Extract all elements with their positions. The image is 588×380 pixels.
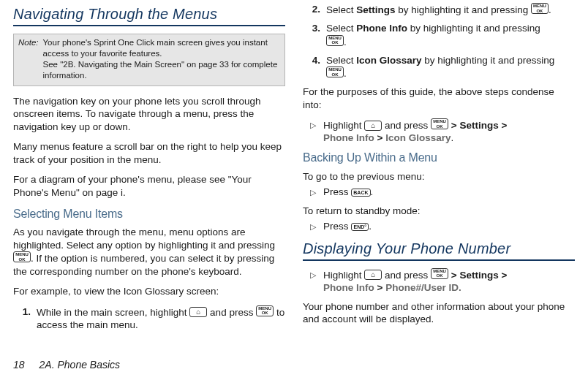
intro-standby: To return to standby mode: (303, 205, 575, 218)
step-number: 3. (310, 22, 320, 48)
triangle-bullet-icon: ▷ (310, 118, 317, 145)
home-icon: ⌂ (364, 270, 382, 280)
heading-rule (303, 259, 575, 261)
para-example-intro: For example, to view the Icon Glossary s… (13, 285, 285, 298)
para-scrollbar: Many menus feature a scroll bar on the r… (13, 140, 285, 166)
intro-previous-menu: To go to the previous menu: (303, 170, 575, 183)
subheading-selecting: Selecting Menu Items (13, 207, 285, 222)
subheading-backing-up: Backing Up Within a Menu (303, 151, 575, 166)
para-condense: For the purposes of this guide, the abov… (303, 86, 575, 111)
menu-ok-icon: MENUOK (13, 251, 31, 262)
end-icon: END° (351, 223, 369, 231)
note-label: Note: (18, 37, 39, 81)
step-number: 2. (310, 3, 320, 16)
para-menu-diagram: For a diagram of your phone's menu, plea… (13, 173, 285, 199)
menu-ok-icon: MENUOK (531, 3, 549, 14)
step-4: 4. Select Icon Glossary by highlighting … (310, 54, 575, 80)
step-3: 3. Select Phone Info by highlighting it … (310, 22, 575, 48)
home-icon: ⌂ (364, 121, 382, 131)
menu-ok-icon: MENUOK (326, 35, 344, 46)
triangle-bullet-icon: ▷ (310, 186, 317, 199)
menu-ok-icon: MENUOK (431, 118, 448, 129)
triangle-bullet-icon: ▷ (310, 220, 317, 233)
para-display-result: Your phone number and other information … (303, 300, 575, 326)
heading-navigating: Navigating Through the Menus (13, 4, 285, 23)
bullet-press-back: ▷ Press BACK. (310, 186, 575, 199)
page-footer: 18 2A. Phone Basics (0, 358, 588, 376)
heading-rule (13, 25, 285, 26)
step-number: 1. (20, 305, 31, 332)
heading-displaying-number: Displaying Your Phone Number (303, 239, 575, 258)
bullet-condensed: ▷ Highlight ⌂ and press MENUOK > Setting… (310, 118, 575, 145)
home-icon: ⌂ (189, 307, 207, 317)
back-icon: BACK (351, 189, 370, 197)
menu-ok-icon: MENUOK (256, 305, 274, 316)
para-nav-key: The navigation key on your phone lets yo… (13, 95, 285, 134)
bullet-display-number: ▷ Highlight ⌂ and press MENUOK > Setting… (310, 268, 575, 294)
bullet-press-end: ▷ Press END°. (310, 220, 575, 233)
triangle-bullet-icon: ▷ (310, 268, 317, 294)
note-box: Note: Your phone's Sprint One Click main… (13, 34, 285, 86)
note-line-1: Your phone's Sprint One Click main scree… (43, 37, 281, 59)
step-number: 4. (310, 54, 320, 80)
para-select: As you navigate through the menu, menu o… (13, 226, 285, 278)
page-number: 18 (13, 358, 25, 371)
menu-ok-icon: MENUOK (326, 66, 344, 77)
page-title: 2A. Phone Basics (39, 358, 121, 371)
menu-ok-icon: MENUOK (431, 268, 448, 279)
step-1: 1. While in the main screen, highlight ⌂… (20, 305, 285, 332)
note-line-2: See "2B. Navigating the Main Screen" on … (43, 59, 281, 81)
step-2: 2. Select Settings by highlighting it an… (310, 3, 575, 16)
